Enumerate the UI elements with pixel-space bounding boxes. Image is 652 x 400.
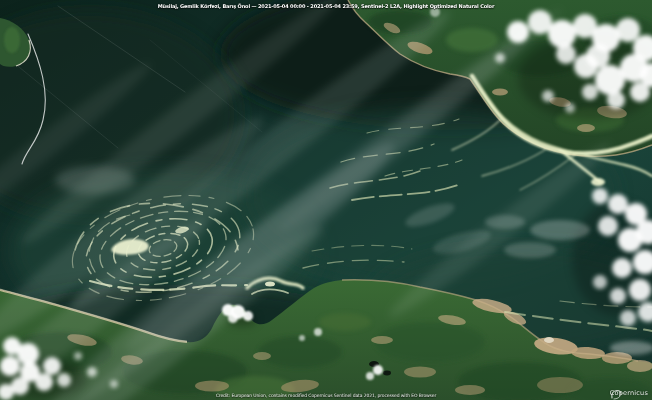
copernicus-swoosh-icon — [610, 389, 622, 400]
copernicus-logo: Copernicus — [610, 389, 648, 397]
satellite-screenshot: Müsilaj, Gemlik Körfezi, Barış Önol — 20… — [0, 0, 652, 400]
satellite-image — [0, 0, 652, 400]
